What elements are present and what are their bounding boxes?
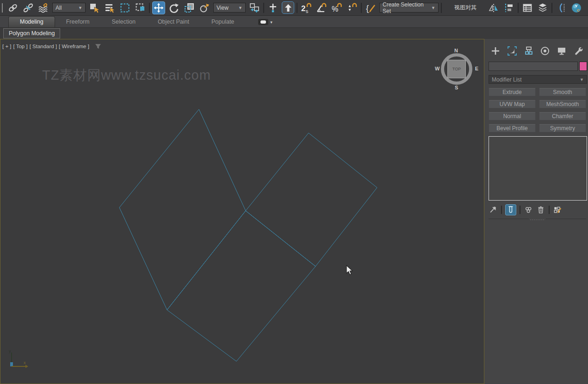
reference-coordinate-system-dropdown[interactable]: View ▼ <box>213 3 246 13</box>
edit-named-selection-sets-button[interactable]: { <box>364 1 377 14</box>
viewcube-east-label[interactable]: E <box>475 66 478 71</box>
unlink-selection-button[interactable] <box>22 1 35 14</box>
scene-explorer-button[interactable] <box>521 1 534 14</box>
select-and-manipulate-button[interactable] <box>266 1 279 14</box>
viewcube-south-label[interactable]: S <box>455 85 458 90</box>
show-end-result-button[interactable] <box>505 204 516 215</box>
select-and-link-button[interactable] <box>6 1 19 14</box>
keyboard-shortcut-override-button[interactable] <box>282 1 294 14</box>
command-panel: Modifier List ▼ Extrude Smooth UVW Map M… <box>484 39 588 384</box>
remove-modifier-icon[interactable] <box>536 205 545 214</box>
utilities-wrench-icon <box>573 45 584 57</box>
snaps-toggle-button[interactable]: 25 <box>300 1 313 14</box>
select-by-name-button[interactable] <box>103 1 116 14</box>
align-button[interactable] <box>502 1 515 14</box>
extrude-button[interactable]: Extrude <box>489 88 536 96</box>
tab-create[interactable] <box>489 44 502 58</box>
coord-system-value: View <box>217 5 229 11</box>
object-color-swatch[interactable] <box>579 62 587 71</box>
create-plus-icon <box>490 45 501 57</box>
toolbar-separator <box>551 3 552 13</box>
layer-explorer-button[interactable] <box>536 1 549 14</box>
ribbon-tab-selection[interactable]: Selection <box>100 17 146 27</box>
bevel-profile-button[interactable]: Bevel Profile <box>489 124 536 132</box>
make-unique-icon[interactable] <box>524 205 533 214</box>
viewport-top[interactable]: [ + ] [ Top ] [ Standard ] [ Wireframe ]… <box>0 39 484 384</box>
watermark-text: TZ素材网www.tzsucai.com <box>42 66 211 85</box>
named-selection-sets-icon: { <box>365 2 376 13</box>
viewcube-west-label[interactable]: W <box>435 66 439 71</box>
meshsmooth-button[interactable]: MeshSmooth <box>539 100 586 108</box>
pin-stack-icon[interactable] <box>489 205 498 214</box>
mirror-button[interactable] <box>487 1 500 14</box>
up-arrow-icon <box>283 2 294 13</box>
tab-modify[interactable] <box>505 44 519 58</box>
select-object-button[interactable] <box>88 1 101 14</box>
chamfer-button[interactable]: Chamfer <box>539 112 586 120</box>
ribbon-tab-populate[interactable]: Populate <box>200 17 245 27</box>
svg-text:2: 2 <box>301 4 305 13</box>
selection-set-placeholder: Create Selection Set <box>383 1 427 14</box>
viewcube[interactable]: TOP N S W E <box>441 53 472 85</box>
selection-filter-value: All <box>56 5 62 11</box>
spinner-snap-button[interactable] <box>346 1 359 14</box>
ribbon-tab-modeling[interactable]: Modeling <box>8 16 55 27</box>
select-and-place-icon <box>199 2 210 13</box>
selection-filter-dropdown[interactable]: All ▼ <box>52 3 86 13</box>
main-toolbar: All ▼ View ▼ 25 % { Create Selection Set <box>0 0 588 16</box>
splitter-handle[interactable]: ········ <box>529 217 546 222</box>
display-icon <box>556 45 567 57</box>
modifier-list-dropdown[interactable]: Modifier List ▼ <box>489 75 587 84</box>
viewport-menu-button[interactable]: [ + ] <box>2 44 12 49</box>
svg-text:y: y <box>9 349 11 353</box>
select-by-name-icon <box>104 2 115 13</box>
panel-tab-polygon-modeling[interactable]: Polygon Modeling <box>3 28 60 38</box>
tab-motion[interactable] <box>538 44 552 58</box>
ribbon-tab-freeform[interactable]: Freeform <box>55 17 101 27</box>
tab-utilities[interactable] <box>571 44 585 58</box>
select-and-move-button[interactable] <box>152 1 165 14</box>
create-selection-set-combobox[interactable]: Create Selection Set ▼ <box>379 3 439 13</box>
ribbon-minimize-button[interactable]: ▾ <box>258 19 272 27</box>
viewport-view-menu[interactable]: [ Top ] <box>13 44 28 49</box>
link-icon <box>7 2 19 13</box>
viewport-shading-menu[interactable]: [ Wireframe ] <box>59 44 89 49</box>
bind-to-space-warp-button[interactable] <box>37 1 50 14</box>
window-crossing-toggle-button[interactable] <box>134 1 147 14</box>
symmetry-button[interactable]: Symmetry <box>539 124 586 132</box>
render-sphere-button[interactable]: VC <box>570 1 583 14</box>
select-and-rotate-button[interactable] <box>167 1 180 14</box>
chevron-down-icon: ▾ <box>270 20 272 25</box>
toolbar-separator <box>149 3 150 13</box>
view-align-button[interactable]: 视图对其 <box>452 4 478 12</box>
command-panel-tabs <box>489 44 587 58</box>
mouse-cursor <box>346 265 357 276</box>
viewport-filter-icon[interactable] <box>95 43 101 50</box>
rectangular-selection-region-button[interactable] <box>118 1 131 14</box>
angle-snap-button[interactable] <box>315 1 328 14</box>
select-and-place-button[interactable] <box>198 1 211 14</box>
svg-text:C: C <box>577 8 580 13</box>
uvw-map-button[interactable]: UVW Map <box>489 100 536 108</box>
ribbon-tab-object-paint[interactable]: Object Paint <box>147 17 200 27</box>
viewcube-north-label[interactable]: N <box>454 48 458 53</box>
use-pivot-point-center-button[interactable] <box>248 1 261 14</box>
application-window: All ▼ View ▼ 25 % { Create Selection Set <box>0 0 588 384</box>
modifier-stack-list[interactable] <box>489 136 587 201</box>
configure-modifier-sets-icon[interactable] <box>553 205 562 214</box>
curve-editor-button[interactable] <box>555 1 568 14</box>
object-name-field[interactable] <box>489 62 578 71</box>
tab-display[interactable] <box>555 44 569 58</box>
viewcube-top-face[interactable]: TOP <box>447 60 466 78</box>
spinner-snap-icon <box>347 2 358 13</box>
tab-hierarchy[interactable] <box>522 44 536 58</box>
select-and-scale-button[interactable] <box>183 1 196 14</box>
normal-button[interactable]: Normal <box>489 112 536 120</box>
panel-splitter[interactable]: ········ <box>489 219 586 222</box>
percent-snap-button[interactable]: % <box>330 1 343 14</box>
manipulate-icon <box>267 2 279 13</box>
smooth-button[interactable]: Smooth <box>539 88 586 96</box>
toolbar-grip[interactable] <box>2 3 3 13</box>
viewport-renderer-menu[interactable]: [ Standard ] <box>30 44 57 49</box>
snaps-toggle-icon: 25 <box>301 2 312 13</box>
